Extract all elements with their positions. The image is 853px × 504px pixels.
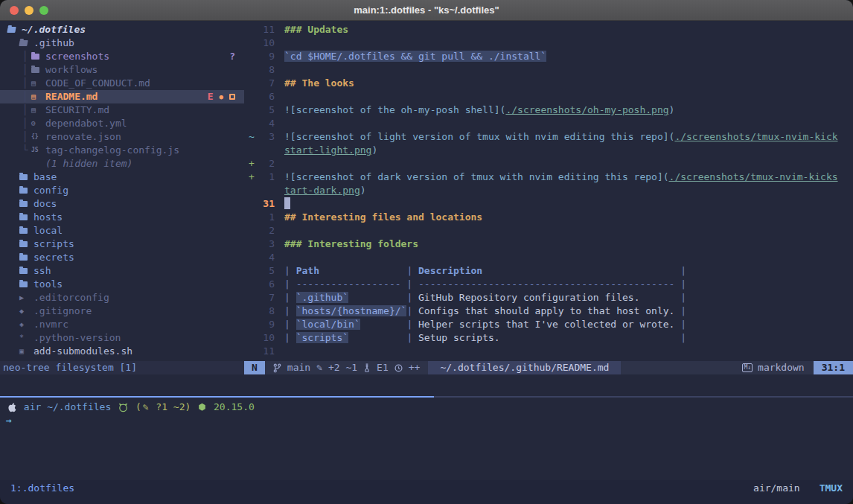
filetype-label: markdown (758, 361, 805, 374)
line-text: ![screenshot of light version of tmux wi… (275, 130, 838, 144)
tree-item[interactable]: ▣add-submodules.sh (0, 345, 244, 358)
editor-line[interactable]: 2 (244, 224, 853, 237)
text-token: `hosts/{hostname}/` (296, 305, 407, 316)
editor-line[interactable]: 7## The looks (244, 77, 853, 90)
shell-pane[interactable]: air ~/.dotfiles (✎ ?1 ~2) 20.15.0 → (6, 401, 847, 427)
tree-item-label: renovate.json (43, 130, 121, 144)
line-text (275, 345, 284, 358)
editor-line[interactable]: 3### Interesting folders (244, 237, 853, 251)
pane-divider[interactable] (0, 396, 853, 398)
text-token: | (680, 319, 686, 330)
titlebar[interactable]: main:1:.dotfiles - "ks~/.dotfiles" (0, 0, 853, 21)
editor-line[interactable]: +1![screenshot of dark version of tmux w… (244, 170, 853, 184)
editor-line[interactable]: start-light.png) (244, 144, 853, 157)
editor-line[interactable]: 9| `local/bin` | Helper scripts that I'v… (244, 318, 853, 331)
tree-item[interactable]: hosts (0, 211, 244, 224)
editor-line[interactable]: 11 (244, 345, 853, 358)
close-button[interactable] (10, 6, 19, 15)
git-branch-name: main (287, 361, 310, 374)
tree-item[interactable]: ~/.dotfiles (0, 23, 244, 36)
line-number: 10 (257, 331, 275, 345)
line-text: | `hosts/{hostname}/`| Configs that shou… (275, 304, 686, 318)
editor-line[interactable]: tart-dark.png) (244, 184, 853, 197)
line-text: | `scripts` | Setup scripts. | (275, 331, 686, 345)
zoom-button[interactable] (39, 6, 48, 15)
editor-line[interactable]: +2 (244, 157, 853, 170)
text-token: | (406, 332, 418, 343)
editor-line[interactable]: 4 (244, 117, 853, 130)
tree-item[interactable]: ◆.gitignore (0, 304, 244, 318)
tree-item-label: tools (31, 278, 63, 291)
gutter-sign (244, 251, 257, 264)
line-text: ### Interesting folders (275, 237, 418, 251)
line-number: 8 (257, 304, 275, 318)
text-token: ![screenshot of the oh-my-posh shell]( (284, 104, 505, 115)
editor-line[interactable]: 1## Interesting files and locations (244, 211, 853, 224)
editor-line[interactable]: ~3![screenshot of light version of tmux … (244, 130, 853, 144)
line-number: 6 (257, 90, 275, 103)
tree-item[interactable]: (1 hidden item) (0, 157, 244, 170)
line-text: | `.github` | GitHub Repository configur… (275, 291, 686, 304)
tree-item-label: .gitignore (31, 304, 92, 318)
tree-item[interactable]: ssh (0, 264, 244, 278)
tree-item[interactable]: │screenshots? (0, 50, 244, 63)
tree-item[interactable]: │▤README.mdE● (0, 90, 244, 103)
text-token: | (680, 292, 686, 303)
tree-item[interactable]: │⚙dependabot.yml (0, 117, 244, 130)
editor-buffer[interactable]: 11### Updates109`cd $HOME/.dotfiles && g… (244, 23, 853, 358)
gutter-sign (244, 103, 257, 117)
tree-item[interactable]: local (0, 224, 244, 237)
tree-item[interactable]: config (0, 184, 244, 197)
text-token: tart-dark.png (284, 185, 360, 196)
tree-item[interactable]: ◈.nvmrc (0, 318, 244, 331)
editor-line[interactable]: 4 (244, 251, 853, 264)
window-title: main:1:.dotfiles - "ks~/.dotfiles" (354, 4, 499, 17)
editor-line[interactable]: 10| `scripts` | Setup scripts. | (244, 331, 853, 345)
text-token: GitHub Repository configuration files. (418, 292, 639, 303)
line-number: 31 (257, 197, 275, 211)
gutter-sign (244, 291, 257, 304)
gear-icon: ⚙ (31, 117, 43, 130)
editor-line[interactable]: 11### Updates (244, 23, 853, 36)
line-number: 10 (257, 36, 275, 50)
tmux-window-label[interactable]: 1:.dotfiles (10, 482, 74, 495)
tree-item[interactable]: secrets (0, 251, 244, 264)
text-token: | (406, 305, 418, 316)
tree-item[interactable]: ▶.editorconfig (0, 291, 244, 304)
tree-item[interactable]: *.python-version (0, 331, 244, 345)
tree-item[interactable]: │▤SECURITY.md (0, 103, 244, 117)
tree-item[interactable]: │{}renovate.json (0, 130, 244, 144)
tree-item[interactable]: docs (0, 197, 244, 211)
editor-line[interactable]: 5![screenshot of the oh-my-posh shell](.… (244, 103, 853, 117)
editor-line[interactable]: 31 (244, 197, 853, 211)
editor-line[interactable]: 8| `hosts/{hostname}/`| Configs that sho… (244, 304, 853, 318)
editor-line[interactable]: 6 (244, 90, 853, 103)
line-text (275, 117, 284, 130)
tree-guide: │ (19, 77, 31, 90)
tree-item[interactable]: │▤CODE_OF_CONDUCT.md (0, 77, 244, 90)
tree-item[interactable]: scripts (0, 237, 244, 251)
editor-line[interactable]: 10 (244, 36, 853, 50)
line-text: | ------------------ | -----------------… (275, 278, 686, 291)
prompt-arrow[interactable]: → (6, 414, 847, 427)
editor-line[interactable]: 5| Path | Description | (244, 264, 853, 278)
prompt-token: air (18, 401, 41, 414)
editor-line[interactable]: 6| ------------------ | ----------------… (244, 278, 853, 291)
editor-line[interactable]: 7| `.github` | GitHub Repository configu… (244, 291, 853, 304)
line-number: 9 (257, 318, 275, 331)
editor-line[interactable]: 8 (244, 63, 853, 77)
tree-item[interactable]: base (0, 170, 244, 184)
line-text: ## Interesting files and locations (275, 211, 482, 224)
minimize-button[interactable] (25, 6, 33, 15)
tree-item[interactable]: └JStag-changelog-config.js (0, 144, 244, 157)
md-icon: ▤ (31, 103, 43, 117)
clock-icon (394, 364, 403, 372)
text-token: ### Updates (284, 24, 348, 35)
tree-item[interactable]: tools (0, 278, 244, 291)
tree-item[interactable]: │workflows (0, 63, 244, 77)
tree-item[interactable]: .github (0, 36, 244, 50)
gutter-sign (244, 197, 257, 211)
tree-item-badges: ? (229, 50, 244, 63)
editor-line[interactable]: 9`cd $HOME/.dotfiles && git pull && ./in… (244, 50, 853, 63)
line-number: 4 (257, 117, 275, 130)
